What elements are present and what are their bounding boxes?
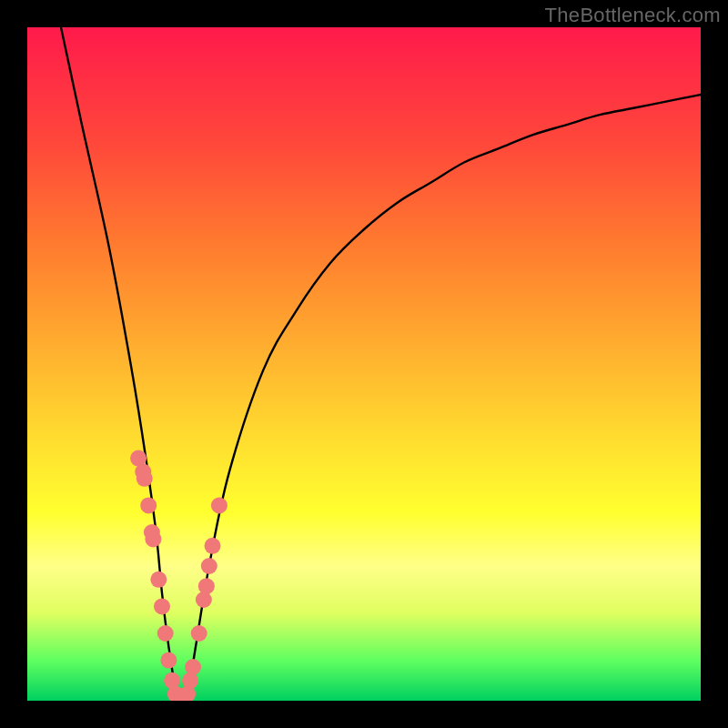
sample-points	[130, 450, 228, 701]
marker-dot	[145, 531, 161, 547]
marker-dot	[185, 659, 201, 675]
marker-dot	[191, 625, 207, 642]
watermark-text: TheBottleneck.com	[545, 4, 721, 27]
chart-stage: TheBottleneck.com	[0, 0, 728, 728]
marker-dot	[160, 652, 177, 669]
chart-svg	[27, 27, 701, 701]
marker-dot	[198, 578, 215, 594]
plot-area	[27, 27, 701, 701]
marker-dot	[211, 497, 228, 513]
bottleneck-curve	[61, 27, 701, 701]
marker-dot	[201, 558, 217, 574]
marker-dot	[154, 598, 170, 614]
marker-dot	[140, 497, 157, 513]
marker-dot	[150, 571, 167, 588]
marker-dot	[182, 672, 198, 689]
marker-dot	[157, 625, 174, 642]
marker-dot	[205, 538, 221, 554]
marker-dot	[136, 470, 153, 487]
marker-dot	[196, 592, 212, 608]
